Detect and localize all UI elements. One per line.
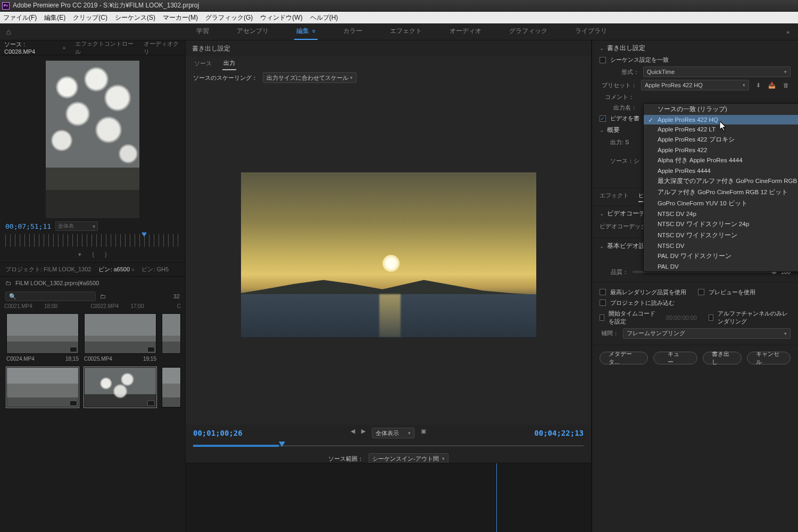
cancel-button[interactable]: キャンセル xyxy=(747,352,791,364)
menu-graphics[interactable]: グラフィック(G) xyxy=(205,13,253,22)
preset-option[interactable]: Apple ProRes 4444 xyxy=(644,166,798,176)
ws-tab-color[interactable]: カラー xyxy=(341,23,364,40)
playhead-icon[interactable] xyxy=(279,442,285,450)
tab-bin-a6500[interactable]: ビン: a6500 ≡ xyxy=(98,265,134,273)
menu-file[interactable]: ファイル(F) xyxy=(3,13,37,22)
tab-bin-gh5[interactable]: ビン: GH5 xyxy=(142,265,169,273)
preset-option[interactable]: Alpha 付き Apple ProRes 4444 xyxy=(644,155,798,166)
clip-item[interactable]: C0024.MP418;15 xyxy=(6,313,79,362)
clip-item[interactable] xyxy=(162,313,181,362)
clip-thumbnail[interactable] xyxy=(6,313,79,354)
panel-menu-icon[interactable]: ≡ xyxy=(63,45,65,51)
quality-label: 品質： xyxy=(600,268,628,276)
export-button[interactable]: 書き出し xyxy=(703,352,742,364)
preset-option[interactable]: NTSC DV xyxy=(644,241,798,251)
step-forward-icon[interactable]: ▶ xyxy=(361,428,365,438)
alpha-only-checkbox[interactable] xyxy=(709,314,713,321)
metadata-button[interactable]: メタデータ... xyxy=(600,352,648,364)
format-select[interactable]: QuickTime▾ xyxy=(643,66,791,77)
menu-help[interactable]: ヘルプ(H) xyxy=(310,13,338,22)
clip-item[interactable] xyxy=(6,367,79,408)
tab-audio-clip[interactable]: オーディオクリ xyxy=(144,40,181,56)
preset-option[interactable]: Apple ProRes 422 xyxy=(644,145,798,155)
ws-tab-graphics[interactable]: グラフィック xyxy=(507,23,550,40)
interp-label: 補間： xyxy=(600,329,619,337)
ws-tab-library[interactable]: ライブラリ xyxy=(573,23,609,40)
match-sequence-checkbox[interactable] xyxy=(600,57,606,63)
source-range-select[interactable]: シーケンスイン-アウト間▾ xyxy=(369,453,448,464)
import-preset-icon[interactable]: 📥 xyxy=(767,80,777,90)
ws-tab-effects[interactable]: エフェクト xyxy=(388,23,424,40)
preview-fit-select[interactable]: 全体表示▾ xyxy=(372,428,414,438)
preset-option[interactable]: GoPro CineForm YUV 10 ビット xyxy=(644,198,798,209)
clip-item[interactable]: C0025.MP419;15 xyxy=(84,313,156,362)
preset-option[interactable]: PAL DV xyxy=(644,262,798,271)
clip-thumbnail[interactable] xyxy=(6,367,79,408)
aspect-icon[interactable]: ▣ xyxy=(421,428,426,438)
tab-project[interactable]: プロジェクト: FILM LOOK_1302 xyxy=(5,265,91,273)
save-preset-icon[interactable]: ⬇ xyxy=(753,80,763,90)
in-point-icon[interactable]: { xyxy=(92,251,94,258)
preset-option[interactable]: NTSC DV ワイドスクリーン xyxy=(644,230,798,241)
preview-in-timecode[interactable]: 00;01;00;26 xyxy=(193,429,243,437)
workspace-overflow-icon[interactable]: » xyxy=(786,29,789,35)
tab-export-output[interactable]: 出力 xyxy=(222,57,236,70)
timeline-panel[interactable] xyxy=(186,463,591,532)
menubar: ファイル(F) 編集(E) クリップ(C) シーケンス(S) マーカー(M) グ… xyxy=(0,12,798,23)
queue-button[interactable]: キュー xyxy=(653,352,697,364)
source-timecode[interactable]: 00;07;51;11 xyxy=(5,222,51,230)
step-back-icon[interactable]: ◀ xyxy=(351,428,355,438)
format-label: 形式： xyxy=(610,68,639,76)
menu-clip[interactable]: クリップ(C) xyxy=(73,13,107,22)
preset-select[interactable]: Apple ProRes 422 HQ▾ xyxy=(641,80,749,90)
menu-edit[interactable]: 編集(E) xyxy=(44,13,65,22)
interp-select[interactable]: フレームサンプリング▾ xyxy=(623,328,791,339)
source-ruler[interactable] xyxy=(5,234,180,247)
delete-preset-icon[interactable]: 🗑 xyxy=(781,80,791,90)
ws-tab-audio[interactable]: オーディオ xyxy=(447,23,484,40)
preset-option[interactable]: 最大深度でのアルファ付き GoPro CineForm RGB 1 xyxy=(644,176,798,187)
tab-effects[interactable]: エフェクト xyxy=(600,192,629,202)
playhead-icon[interactable] xyxy=(142,232,147,239)
preset-option[interactable]: Apple ProRes 422 プロキシ xyxy=(644,134,798,145)
tab-export-source[interactable]: ソース xyxy=(193,57,213,70)
preset-option[interactable]: アルファ付き GoPro CineForm RGB 12 ビット xyxy=(644,187,798,198)
use-preview-checkbox[interactable] xyxy=(698,289,704,295)
new-bin-icon[interactable]: 🗀 xyxy=(100,293,106,300)
max-render-checkbox[interactable] xyxy=(600,289,606,295)
import-project-checkbox[interactable] xyxy=(600,300,606,306)
ws-tab-edit[interactable]: 編集≡ xyxy=(294,23,318,40)
marker-icon[interactable]: ▾ xyxy=(78,251,81,258)
ws-tab-learn[interactable]: 学習 xyxy=(194,23,211,40)
preset-option[interactable]: NTSC DV ワイドスクリーン 24p xyxy=(644,219,798,230)
preset-option[interactable]: PAL DV ワイドスクリーン xyxy=(644,251,798,262)
preview-scrubber[interactable] xyxy=(193,442,584,450)
video-codec-label: ビデオコーデック: xyxy=(600,222,648,230)
home-icon[interactable]: ⌂ xyxy=(0,27,17,36)
project-search-input[interactable]: 🔍 xyxy=(5,292,96,301)
tab-effect-controls[interactable]: エフェクトコントロール xyxy=(75,40,134,56)
export-video-checkbox[interactable]: ✓ xyxy=(600,115,606,122)
scaling-label: ソースのスケーリング： xyxy=(193,74,257,82)
clip-thumbnail[interactable] xyxy=(84,313,156,354)
clip-thumbnail[interactable] xyxy=(84,367,156,408)
out-point-icon[interactable]: } xyxy=(105,251,107,258)
window-title: Adobe Premiere Pro CC 2019 - S:¥出力¥FILM … xyxy=(13,1,199,10)
menu-window[interactable]: ウィンドウ(W) xyxy=(260,13,302,22)
twisty-icon[interactable]: ⌄ xyxy=(600,45,604,51)
scaling-select[interactable]: 出力サイズに合わせてスケール▾ xyxy=(263,72,356,83)
preset-option[interactable]: Apple ProRes 422 LT xyxy=(644,124,798,134)
start-tc-checkbox[interactable] xyxy=(600,314,604,321)
clip-item[interactable] xyxy=(84,367,156,408)
preset-option[interactable]: ソースの一致 (リラップ) xyxy=(644,104,798,115)
preset-option[interactable]: Apple ProRes 422 HQ xyxy=(644,115,798,124)
tab-source[interactable]: ソース : C0028.MP4 xyxy=(4,40,53,55)
clip-item[interactable] xyxy=(162,367,181,408)
source-panel-tabs: ソース : C0028.MP4 ≡ エフェクトコントロール オーディオクリ xyxy=(0,40,185,55)
source-zoom-select[interactable]: 全体表▾ xyxy=(55,221,98,231)
ws-tab-assembly[interactable]: アセンブリ xyxy=(235,23,271,40)
menu-sequence[interactable]: シーケンス(S) xyxy=(115,13,155,22)
preview-out-timecode[interactable]: 00;04;22;13 xyxy=(534,429,584,437)
menu-marker[interactable]: マーカー(M) xyxy=(163,13,198,22)
preset-option[interactable]: NTSC DV 24p xyxy=(644,209,798,219)
